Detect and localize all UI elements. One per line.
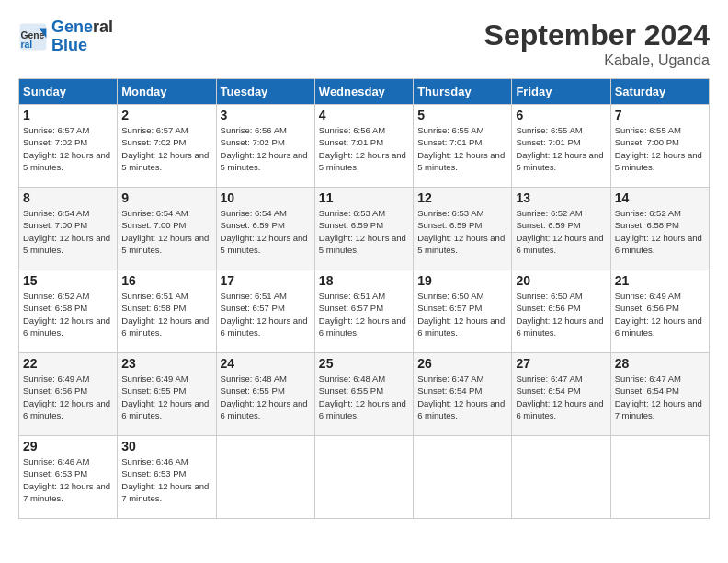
table-row: 28Sunrise: 6:47 AMSunset: 6:54 PMDayligh…	[610, 353, 709, 436]
table-row: 30Sunrise: 6:46 AMSunset: 6:53 PMDayligh…	[118, 436, 216, 519]
day-info: Sunrise: 6:47 AMSunset: 6:54 PMDaylight:…	[417, 373, 507, 421]
day-number: 8	[23, 190, 113, 205]
day-info: Sunrise: 6:53 AMSunset: 6:59 PMDaylight:…	[319, 207, 409, 256]
table-row	[314, 436, 413, 519]
day-number: 21	[615, 273, 705, 288]
day-number: 28	[615, 356, 705, 371]
svg-text:ral: ral	[20, 40, 32, 50]
month-title: September 2024	[484, 18, 710, 52]
calendar-week: 1Sunrise: 6:57 AMSunset: 7:02 PMDaylight…	[19, 105, 710, 188]
col-friday: Friday	[512, 79, 610, 105]
day-info: Sunrise: 6:55 AMSunset: 7:01 PMDaylight:…	[417, 124, 507, 173]
day-number: 15	[23, 273, 113, 288]
logo: Gene ral GeneralBlue	[18, 18, 113, 55]
day-info: Sunrise: 6:54 AMSunset: 7:00 PMDaylight:…	[23, 207, 113, 256]
day-info: Sunrise: 6:47 AMSunset: 6:54 PMDaylight:…	[615, 373, 705, 421]
day-number: 23	[121, 356, 211, 371]
table-row: 20Sunrise: 6:50 AMSunset: 6:56 PMDayligh…	[512, 270, 610, 353]
table-row: 3Sunrise: 6:56 AMSunset: 7:02 PMDaylight…	[216, 105, 314, 188]
day-info: Sunrise: 6:47 AMSunset: 6:54 PMDaylight:…	[516, 373, 606, 421]
table-row: 13Sunrise: 6:52 AMSunset: 6:59 PMDayligh…	[512, 188, 610, 270]
calendar-week: 29Sunrise: 6:46 AMSunset: 6:53 PMDayligh…	[19, 436, 710, 519]
logo-text: GeneralBlue	[51, 18, 113, 55]
table-row: 11Sunrise: 6:53 AMSunset: 6:59 PMDayligh…	[314, 188, 413, 270]
day-info: Sunrise: 6:55 AMSunset: 7:00 PMDaylight:…	[615, 124, 705, 173]
svg-text:Gene: Gene	[20, 29, 44, 40]
header-row: Sunday Monday Tuesday Wednesday Thursday…	[19, 79, 710, 105]
day-number: 11	[319, 190, 409, 205]
day-info: Sunrise: 6:56 AMSunset: 7:02 PMDaylight:…	[221, 124, 311, 173]
table-row	[512, 436, 610, 519]
day-number: 16	[121, 273, 211, 288]
table-row: 10Sunrise: 6:54 AMSunset: 6:59 PMDayligh…	[216, 188, 314, 270]
day-number: 22	[23, 356, 113, 371]
table-row: 21Sunrise: 6:49 AMSunset: 6:56 PMDayligh…	[610, 270, 709, 353]
day-number: 25	[319, 356, 409, 371]
day-number: 20	[516, 273, 606, 288]
table-row: 18Sunrise: 6:51 AMSunset: 6:57 PMDayligh…	[314, 270, 413, 353]
calendar-week: 8Sunrise: 6:54 AMSunset: 7:00 PMDaylight…	[19, 188, 710, 270]
day-info: Sunrise: 6:51 AMSunset: 6:57 PMDaylight:…	[221, 290, 311, 339]
col-monday: Monday	[118, 79, 216, 105]
day-number: 14	[615, 190, 705, 205]
table-row	[414, 436, 512, 519]
day-number: 13	[516, 190, 606, 205]
calendar-week: 15Sunrise: 6:52 AMSunset: 6:58 PMDayligh…	[19, 270, 710, 353]
title-block: September 2024 Kabale, Uganda	[484, 18, 710, 69]
table-row: 4Sunrise: 6:56 AMSunset: 7:01 PMDaylight…	[314, 105, 413, 188]
col-thursday: Thursday	[414, 79, 512, 105]
day-info: Sunrise: 6:51 AMSunset: 6:58 PMDaylight:…	[121, 290, 211, 339]
day-number: 7	[615, 108, 705, 122]
table-row: 9Sunrise: 6:54 AMSunset: 7:00 PMDaylight…	[118, 188, 216, 270]
day-number: 5	[417, 108, 507, 122]
table-row: 12Sunrise: 6:53 AMSunset: 6:59 PMDayligh…	[414, 188, 512, 270]
table-row: 15Sunrise: 6:52 AMSunset: 6:58 PMDayligh…	[19, 270, 118, 353]
day-number: 18	[319, 273, 409, 288]
table-row: 7Sunrise: 6:55 AMSunset: 7:00 PMDaylight…	[610, 105, 709, 188]
table-row: 22Sunrise: 6:49 AMSunset: 6:56 PMDayligh…	[19, 353, 118, 436]
day-info: Sunrise: 6:52 AMSunset: 6:58 PMDaylight:…	[23, 290, 113, 339]
day-info: Sunrise: 6:48 AMSunset: 6:55 PMDaylight:…	[319, 373, 409, 421]
table-row: 29Sunrise: 6:46 AMSunset: 6:53 PMDayligh…	[19, 436, 118, 519]
table-row	[216, 436, 314, 519]
table-row: 17Sunrise: 6:51 AMSunset: 6:57 PMDayligh…	[216, 270, 314, 353]
day-info: Sunrise: 6:49 AMSunset: 6:56 PMDaylight:…	[23, 373, 113, 421]
table-row: 1Sunrise: 6:57 AMSunset: 7:02 PMDaylight…	[19, 105, 118, 188]
table-row: 26Sunrise: 6:47 AMSunset: 6:54 PMDayligh…	[414, 353, 512, 436]
table-row: 23Sunrise: 6:49 AMSunset: 6:55 PMDayligh…	[118, 353, 216, 436]
day-number: 6	[516, 108, 606, 122]
table-row: 2Sunrise: 6:57 AMSunset: 7:02 PMDaylight…	[118, 105, 216, 188]
day-info: Sunrise: 6:52 AMSunset: 6:58 PMDaylight:…	[615, 207, 705, 256]
day-number: 3	[221, 108, 311, 122]
table-row: 27Sunrise: 6:47 AMSunset: 6:54 PMDayligh…	[512, 353, 610, 436]
day-info: Sunrise: 6:49 AMSunset: 6:56 PMDaylight:…	[615, 290, 705, 339]
table-row: 14Sunrise: 6:52 AMSunset: 6:58 PMDayligh…	[610, 188, 709, 270]
day-number: 12	[417, 190, 507, 205]
day-number: 30	[121, 439, 211, 454]
day-number: 19	[417, 273, 507, 288]
day-info: Sunrise: 6:49 AMSunset: 6:55 PMDaylight:…	[121, 373, 211, 421]
day-number: 24	[221, 356, 311, 371]
day-info: Sunrise: 6:54 AMSunset: 6:59 PMDaylight:…	[221, 207, 311, 256]
day-number: 26	[417, 356, 507, 371]
col-wednesday: Wednesday	[314, 79, 413, 105]
day-info: Sunrise: 6:50 AMSunset: 6:56 PMDaylight:…	[516, 290, 606, 339]
day-info: Sunrise: 6:51 AMSunset: 6:57 PMDaylight:…	[319, 290, 409, 339]
calendar-week: 22Sunrise: 6:49 AMSunset: 6:56 PMDayligh…	[19, 353, 710, 436]
day-info: Sunrise: 6:52 AMSunset: 6:59 PMDaylight:…	[516, 207, 606, 256]
table-row: 19Sunrise: 6:50 AMSunset: 6:57 PMDayligh…	[414, 270, 512, 353]
day-number: 17	[221, 273, 311, 288]
table-row: 8Sunrise: 6:54 AMSunset: 7:00 PMDaylight…	[19, 188, 118, 270]
day-info: Sunrise: 6:55 AMSunset: 7:01 PMDaylight:…	[516, 124, 606, 173]
day-info: Sunrise: 6:46 AMSunset: 6:53 PMDaylight:…	[23, 455, 113, 504]
day-info: Sunrise: 6:56 AMSunset: 7:01 PMDaylight:…	[319, 124, 409, 173]
table-row: 16Sunrise: 6:51 AMSunset: 6:58 PMDayligh…	[118, 270, 216, 353]
day-number: 29	[23, 439, 113, 454]
day-number: 27	[516, 356, 606, 371]
table-row: 25Sunrise: 6:48 AMSunset: 6:55 PMDayligh…	[314, 353, 413, 436]
day-number: 9	[121, 190, 211, 205]
logo-icon: Gene ral	[18, 22, 48, 52]
day-info: Sunrise: 6:50 AMSunset: 6:57 PMDaylight:…	[417, 290, 507, 339]
location: Kabale, Uganda	[484, 52, 710, 69]
col-sunday: Sunday	[19, 79, 118, 105]
